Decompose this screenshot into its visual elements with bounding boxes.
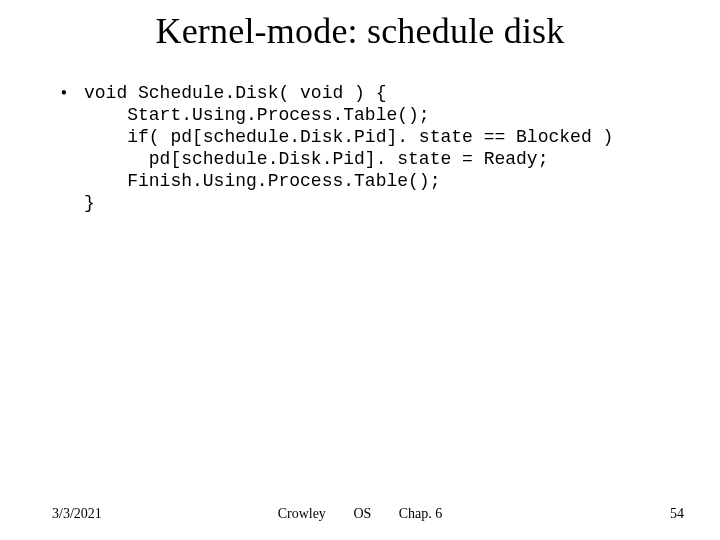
- code-block: void Schedule.Disk( void ) { Start.Using…: [84, 82, 613, 214]
- footer-center: Crowley OS Chap. 6: [0, 506, 720, 522]
- slide: Kernel-mode: schedule disk • void Schedu…: [0, 0, 720, 540]
- slide-title: Kernel-mode: schedule disk: [0, 10, 720, 52]
- slide-body: • void Schedule.Disk( void ) { Start.Usi…: [58, 82, 680, 214]
- footer-chapter: Chap. 6: [399, 506, 443, 522]
- footer-course: OS: [353, 506, 371, 522]
- footer-page-number: 54: [670, 506, 684, 522]
- footer-author: Crowley: [278, 506, 326, 522]
- bullet-marker-icon: •: [58, 82, 70, 104]
- bullet-item: • void Schedule.Disk( void ) { Start.Usi…: [58, 82, 680, 214]
